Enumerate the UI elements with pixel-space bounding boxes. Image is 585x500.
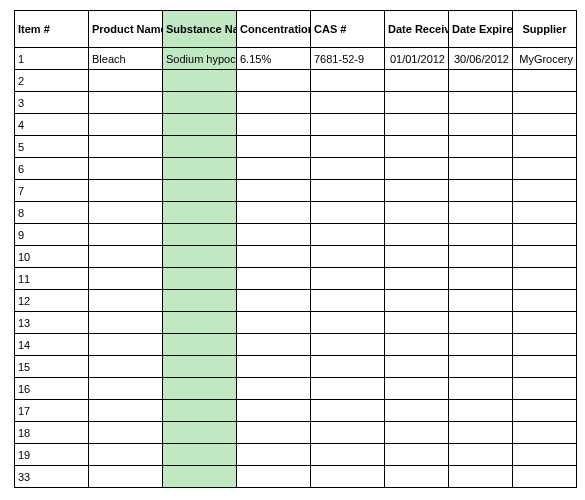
cell-item[interactable]: 18 bbox=[15, 422, 89, 444]
cell-concentration[interactable] bbox=[237, 92, 311, 114]
cell-product[interactable] bbox=[89, 312, 163, 334]
cell-substance[interactable] bbox=[163, 378, 237, 400]
cell-item[interactable]: 4 bbox=[15, 114, 89, 136]
cell-cas[interactable] bbox=[311, 268, 385, 290]
cell-concentration[interactable] bbox=[237, 356, 311, 378]
cell-substance[interactable] bbox=[163, 356, 237, 378]
cell-supplier[interactable] bbox=[513, 136, 577, 158]
cell-product[interactable] bbox=[89, 356, 163, 378]
cell-product[interactable] bbox=[89, 246, 163, 268]
cell-product[interactable]: Bleach bbox=[89, 48, 163, 70]
cell-expired[interactable] bbox=[449, 114, 513, 136]
cell-product[interactable] bbox=[89, 422, 163, 444]
cell-substance[interactable] bbox=[163, 202, 237, 224]
cell-substance[interactable] bbox=[163, 312, 237, 334]
cell-received[interactable]: 01/01/2012 bbox=[385, 48, 449, 70]
cell-supplier[interactable] bbox=[513, 378, 577, 400]
cell-substance[interactable] bbox=[163, 290, 237, 312]
cell-expired[interactable] bbox=[449, 136, 513, 158]
cell-expired[interactable] bbox=[449, 466, 513, 488]
cell-cas[interactable] bbox=[311, 70, 385, 92]
cell-concentration[interactable] bbox=[237, 70, 311, 92]
cell-concentration[interactable] bbox=[237, 136, 311, 158]
cell-item[interactable]: 8 bbox=[15, 202, 89, 224]
cell-received[interactable] bbox=[385, 312, 449, 334]
cell-substance[interactable] bbox=[163, 70, 237, 92]
cell-substance[interactable] bbox=[163, 444, 237, 466]
cell-received[interactable] bbox=[385, 400, 449, 422]
cell-received[interactable] bbox=[385, 334, 449, 356]
cell-received[interactable] bbox=[385, 180, 449, 202]
cell-received[interactable] bbox=[385, 444, 449, 466]
cell-substance[interactable] bbox=[163, 334, 237, 356]
cell-supplier[interactable] bbox=[513, 422, 577, 444]
cell-expired[interactable] bbox=[449, 356, 513, 378]
cell-cas[interactable] bbox=[311, 334, 385, 356]
cell-product[interactable] bbox=[89, 202, 163, 224]
cell-supplier[interactable] bbox=[513, 466, 577, 488]
cell-supplier[interactable] bbox=[513, 246, 577, 268]
cell-expired[interactable] bbox=[449, 246, 513, 268]
cell-product[interactable] bbox=[89, 444, 163, 466]
cell-expired[interactable] bbox=[449, 158, 513, 180]
cell-concentration[interactable] bbox=[237, 312, 311, 334]
cell-substance[interactable] bbox=[163, 422, 237, 444]
cell-supplier[interactable] bbox=[513, 268, 577, 290]
cell-item[interactable]: 15 bbox=[15, 356, 89, 378]
cell-cas[interactable] bbox=[311, 312, 385, 334]
cell-item[interactable]: 5 bbox=[15, 136, 89, 158]
cell-product[interactable] bbox=[89, 290, 163, 312]
cell-received[interactable] bbox=[385, 268, 449, 290]
cell-item[interactable]: 19 bbox=[15, 444, 89, 466]
cell-product[interactable] bbox=[89, 224, 163, 246]
cell-substance[interactable] bbox=[163, 158, 237, 180]
cell-supplier[interactable] bbox=[513, 290, 577, 312]
cell-received[interactable] bbox=[385, 466, 449, 488]
cell-substance[interactable] bbox=[163, 114, 237, 136]
cell-expired[interactable] bbox=[449, 378, 513, 400]
cell-concentration[interactable]: 6.15% bbox=[237, 48, 311, 70]
cell-expired[interactable] bbox=[449, 92, 513, 114]
cell-product[interactable] bbox=[89, 466, 163, 488]
cell-cas[interactable] bbox=[311, 422, 385, 444]
cell-cas[interactable] bbox=[311, 356, 385, 378]
cell-received[interactable] bbox=[385, 356, 449, 378]
cell-concentration[interactable] bbox=[237, 224, 311, 246]
cell-substance[interactable] bbox=[163, 400, 237, 422]
cell-concentration[interactable] bbox=[237, 268, 311, 290]
cell-substance[interactable] bbox=[163, 224, 237, 246]
cell-product[interactable] bbox=[89, 268, 163, 290]
cell-cas[interactable] bbox=[311, 136, 385, 158]
cell-product[interactable] bbox=[89, 400, 163, 422]
cell-item[interactable]: 10 bbox=[15, 246, 89, 268]
cell-received[interactable] bbox=[385, 224, 449, 246]
cell-supplier[interactable] bbox=[513, 158, 577, 180]
cell-supplier[interactable]: MyGrocery bbox=[513, 48, 577, 70]
cell-cas[interactable] bbox=[311, 290, 385, 312]
cell-substance[interactable] bbox=[163, 466, 237, 488]
cell-cas[interactable] bbox=[311, 466, 385, 488]
cell-expired[interactable] bbox=[449, 312, 513, 334]
cell-concentration[interactable] bbox=[237, 400, 311, 422]
cell-product[interactable] bbox=[89, 378, 163, 400]
cell-product[interactable] bbox=[89, 70, 163, 92]
cell-concentration[interactable] bbox=[237, 158, 311, 180]
cell-concentration[interactable] bbox=[237, 246, 311, 268]
cell-item[interactable]: 9 bbox=[15, 224, 89, 246]
cell-concentration[interactable] bbox=[237, 466, 311, 488]
cell-item[interactable]: 14 bbox=[15, 334, 89, 356]
cell-supplier[interactable] bbox=[513, 70, 577, 92]
cell-received[interactable] bbox=[385, 114, 449, 136]
cell-concentration[interactable] bbox=[237, 290, 311, 312]
cell-concentration[interactable] bbox=[237, 180, 311, 202]
cell-expired[interactable] bbox=[449, 334, 513, 356]
cell-product[interactable] bbox=[89, 158, 163, 180]
cell-concentration[interactable] bbox=[237, 444, 311, 466]
cell-concentration[interactable] bbox=[237, 378, 311, 400]
cell-expired[interactable] bbox=[449, 202, 513, 224]
cell-concentration[interactable] bbox=[237, 334, 311, 356]
cell-cas[interactable] bbox=[311, 400, 385, 422]
cell-item[interactable]: 1 bbox=[15, 48, 89, 70]
cell-substance[interactable] bbox=[163, 180, 237, 202]
cell-product[interactable] bbox=[89, 136, 163, 158]
